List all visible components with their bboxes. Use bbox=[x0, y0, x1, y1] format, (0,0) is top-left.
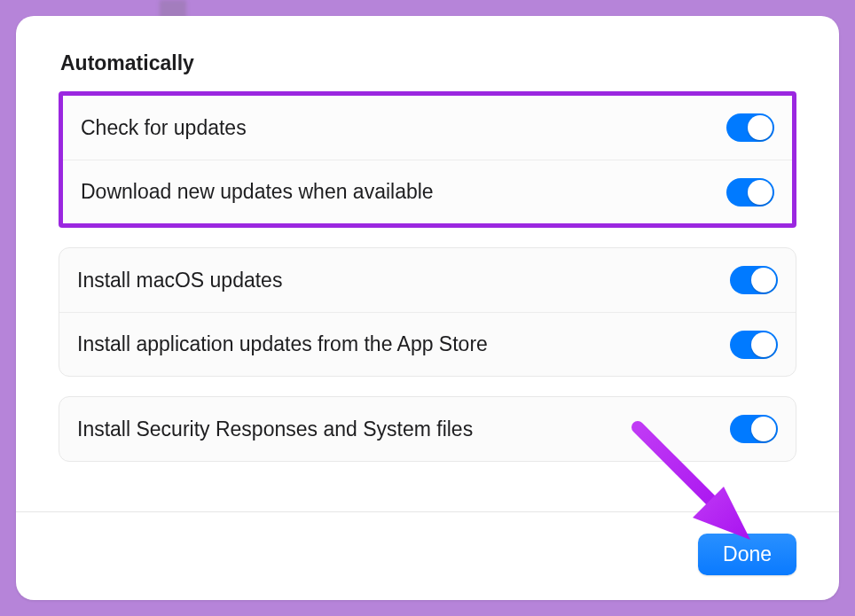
label-install-security-responses: Install Security Responses and System fi… bbox=[77, 417, 473, 441]
settings-group-highlighted: Check for updates Download new updates w… bbox=[59, 91, 796, 228]
label-install-app-store-updates: Install application updates from the App… bbox=[77, 332, 488, 356]
settings-group-security: Install Security Responses and System fi… bbox=[59, 396, 796, 462]
toggle-knob bbox=[748, 180, 773, 205]
row-install-app-store-updates: Install application updates from the App… bbox=[59, 312, 796, 376]
label-install-macos-updates: Install macOS updates bbox=[77, 269, 282, 292]
row-download-new-updates: Download new updates when available bbox=[63, 160, 792, 223]
label-check-for-updates: Check for updates bbox=[81, 116, 247, 140]
row-install-security-responses: Install Security Responses and System fi… bbox=[59, 397, 796, 461]
toggle-knob bbox=[751, 332, 776, 357]
sheet-footer: Done bbox=[16, 511, 839, 600]
toggle-download-new-updates[interactable] bbox=[726, 178, 774, 207]
toggle-check-for-updates[interactable] bbox=[726, 113, 774, 142]
toggle-install-macos-updates[interactable] bbox=[730, 266, 778, 294]
settings-group-install: Install macOS updates Install applicatio… bbox=[59, 247, 796, 377]
toggle-install-security-responses[interactable] bbox=[730, 415, 778, 443]
row-install-macos-updates: Install macOS updates bbox=[59, 248, 796, 312]
toggle-knob bbox=[751, 417, 776, 441]
row-check-for-updates: Check for updates bbox=[63, 96, 792, 160]
done-button[interactable]: Done bbox=[698, 534, 796, 575]
section-title-automatically: Automatically bbox=[60, 51, 796, 75]
settings-sheet: Automatically Check for updates Download… bbox=[16, 16, 839, 600]
toggle-knob bbox=[748, 115, 773, 140]
sheet-content: Automatically Check for updates Download… bbox=[16, 16, 839, 511]
toggle-knob bbox=[751, 268, 776, 292]
label-download-new-updates: Download new updates when available bbox=[81, 180, 434, 204]
toggle-install-app-store-updates[interactable] bbox=[730, 331, 778, 359]
